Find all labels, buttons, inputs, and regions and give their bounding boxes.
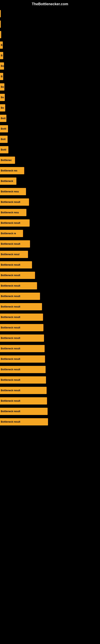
bar-row: Bottleneck result	[0, 260, 100, 269]
bar-row: Bottleneck	[0, 177, 100, 186]
bar-item: Bottlenec	[0, 156, 15, 164]
bar-item: B	[0, 73, 3, 80]
bar-label: Bottleneck result	[1, 337, 20, 340]
bar-item: Bo	[0, 83, 4, 90]
bar-row: Bottleneck result	[0, 302, 100, 311]
bar-row: Bottl	[0, 124, 100, 133]
bar-item: Bottleneck result	[0, 418, 48, 426]
bar-row: Bottleneck result	[0, 271, 100, 280]
bar-row: Bottleneck res	[0, 166, 100, 175]
bar-label: Bottleneck result	[1, 389, 20, 392]
bar-row	[0, 9, 100, 18]
bar-label: Bottleneck re	[1, 232, 16, 235]
bar-row: Bottleneck result	[0, 365, 100, 374]
bars-container: BBBoBBoBoBoBottBottlBottBottlBottlenecBo…	[0, 7, 100, 428]
bar-row: B	[0, 41, 100, 50]
bar-label: Bottleneck result	[1, 400, 20, 402]
bar-item: Bottleneck result	[0, 272, 35, 279]
bar-label: Bott	[1, 117, 6, 120]
bar-label: Bottl	[1, 148, 6, 151]
bar-item: Bottleneck result	[0, 366, 46, 373]
bar-item: Bottleneck result	[0, 292, 40, 300]
bar-label: Bottleneck resu	[1, 190, 19, 193]
bar-item: Bottleneck result	[0, 261, 32, 268]
bar-label: Bottleneck result	[1, 242, 20, 245]
bar-label: Bott	[1, 138, 6, 141]
bar-label: Bottleneck res	[1, 169, 17, 172]
bar-item: Bottleneck result	[0, 397, 47, 404]
bar-row: Bottl	[0, 145, 100, 154]
bar-row: Bo	[0, 93, 100, 102]
bar-item: Bottl	[0, 146, 8, 153]
bar-row: B	[0, 51, 100, 60]
bar-row: Bottleneck result	[0, 386, 100, 395]
bar-label: Bottleneck result	[1, 368, 20, 371]
bar-row	[0, 20, 100, 28]
bar-label: Bottleneck result	[1, 222, 20, 224]
bar-row: Bottleneck result	[0, 198, 100, 206]
bar-label: Bottleneck result	[1, 274, 20, 277]
bar-row: Bottleneck result	[0, 407, 100, 416]
bar-row: Bottleneck result	[0, 323, 100, 332]
bar-item: Bottleneck resu	[0, 209, 26, 216]
bar-item: Bottleneck result	[0, 356, 45, 363]
bar-label: Bottleneck result	[1, 347, 20, 350]
bar-row: Bottleneck result	[0, 396, 100, 405]
bar-row: Bottleneck result	[0, 240, 100, 248]
bar-label: B	[1, 75, 2, 78]
bar-label: Bottleneck result	[1, 201, 20, 204]
bar-item: Bottleneck re	[0, 230, 23, 237]
bar-row: Bott	[0, 114, 100, 123]
bar-row: Bott	[0, 135, 100, 144]
bar-item: Bottleneck result	[0, 240, 30, 248]
bar-label: Bottleneck result	[1, 284, 20, 287]
bar-label: Bottleneck resul	[1, 253, 19, 256]
bar-row: Bottleneck re	[0, 229, 100, 238]
bar-item: Bottleneck result	[0, 376, 46, 384]
bar-item: Bottleneck result	[0, 219, 30, 226]
bar-row: Bottleneck result	[0, 376, 100, 384]
bar-row: Bottleneck result	[0, 218, 100, 228]
bar-item: Bottleneck result	[0, 303, 42, 310]
bar-item: Bott	[0, 136, 8, 143]
bar-item: Bottleneck resu	[0, 188, 26, 195]
bar-row: Bottleneck resu	[0, 187, 100, 196]
bar-label: Bo	[1, 106, 4, 109]
bar-row: B	[0, 72, 100, 81]
bar-item: Bottleneck result	[0, 387, 47, 394]
bar-row: Bottleneck result	[0, 344, 100, 353]
bar-item	[0, 31, 1, 38]
bar-item: Bo	[0, 94, 5, 101]
bar-row: Bo	[0, 104, 100, 112]
bar-row: Bottleneck resu	[0, 208, 100, 217]
bar-item: Bottleneck result	[0, 314, 43, 321]
bar-label: Bottleneck result	[1, 264, 20, 266]
bar-label: Bottleneck result	[1, 316, 20, 318]
bar-item: Bottleneck	[0, 178, 16, 185]
bar-label: Bottl	[1, 128, 6, 130]
bar-item: Bottleneck res	[0, 167, 24, 174]
bar-item: B	[0, 52, 3, 59]
bar-label: Bottlenec	[1, 159, 12, 162]
bar-row: Bottleneck result	[0, 418, 100, 426]
site-title: TheBottlenecker.com	[0, 0, 100, 7]
bar-row: Bottleneck result	[0, 292, 100, 301]
bar-row: Bottleneck result	[0, 334, 100, 342]
bar-item	[0, 10, 1, 17]
bar-label: Bottleneck result	[1, 420, 20, 423]
bar-label: Bottleneck result	[1, 378, 20, 381]
bar-item: Bott	[0, 115, 6, 122]
bar-item: Bottl	[0, 125, 8, 132]
bar-label: Bottleneck result	[1, 305, 20, 308]
bar-item: Bottleneck result	[0, 334, 44, 342]
bar-row	[0, 30, 100, 39]
bar-item: Bo	[0, 104, 5, 112]
bar-item: Bo	[0, 62, 4, 70]
bar-row: Bottleneck result	[0, 354, 100, 364]
bar-item: Bottleneck result	[0, 324, 43, 331]
bar-label: Bottleneck result	[1, 326, 20, 329]
bar-label: Bottleneck result	[1, 358, 20, 360]
bar-label: Bottleneck resu	[1, 211, 19, 214]
bar-label: Bo	[1, 96, 4, 99]
bar-item: Bottleneck result	[0, 282, 37, 290]
